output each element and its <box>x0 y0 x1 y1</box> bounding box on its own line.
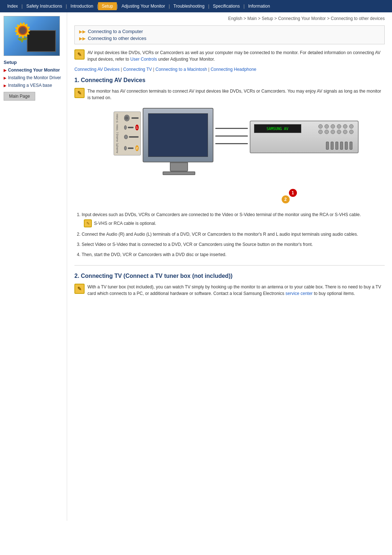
nav-adjusting[interactable]: Adjusting Your Monitor <box>118 2 169 10</box>
vcr-port <box>331 142 334 150</box>
step-1-note: ✎ S-VHS or RCA cable is optional. <box>84 219 385 227</box>
vcr-btn <box>331 130 335 134</box>
double-arrow-icon-2: ▶▶ <box>79 36 86 41</box>
badge-1-icon: 1 <box>135 125 139 130</box>
service-center-link[interactable]: service center <box>286 291 313 296</box>
link-connecting-tv[interactable]: Connecting TV <box>123 67 152 72</box>
nav-setup[interactable]: Setup <box>98 2 117 10</box>
nav-safety[interactable]: Safety Instructions <box>23 2 66 10</box>
vcr-port <box>345 142 348 150</box>
link-connecting-macintosh[interactable]: Connecting to a Macintosh <box>155 67 207 72</box>
vcr-port <box>326 142 329 150</box>
main-layout: Setup ▶ Connecting Your Monitor ▶ Instal… <box>0 12 392 521</box>
vcr-btn <box>324 124 329 129</box>
monitor-graphic <box>27 30 56 52</box>
note-icon-step1: ✎ <box>84 219 92 227</box>
vcr-btn <box>331 124 335 129</box>
audiol-cable <box>129 136 138 138</box>
numbered-badge-1: 1 <box>289 189 297 197</box>
audior-cable <box>128 147 134 149</box>
double-arrow-icon-1: ▶▶ <box>79 29 86 34</box>
steps-list: Input devices such as DVDs, VCRs or Camc… <box>82 211 385 258</box>
port-audior-row: Audio(R) 2 <box>116 143 139 153</box>
monitor-base <box>163 171 195 175</box>
sidebar-setup-label: Setup <box>4 60 63 65</box>
step-4: Then, start the DVD, VCR or Camcorders w… <box>82 251 385 258</box>
nav-bar: Index | Safety Instructions | Introducti… <box>0 0 392 12</box>
badge-2-icon: 2 <box>135 145 139 151</box>
vcr-btn <box>349 130 354 134</box>
section-divider <box>74 265 385 266</box>
section2-title: 2. Connecting TV (Connect a TV tuner box… <box>74 273 385 279</box>
vcr-port <box>335 142 338 150</box>
link-connecting-headphone[interactable]: Connecting Headphone <box>211 67 256 72</box>
vcr-buttons <box>318 124 354 134</box>
sidebar-link-monitor-driver[interactable]: ▶ Installing the Monitor Driver <box>4 75 63 81</box>
connect-link-other-devices[interactable]: ▶▶ Connecting to other devices <box>79 36 380 41</box>
arrow-icon-2: ▶ <box>4 76 7 81</box>
port-video-row: Video 1 <box>116 124 139 131</box>
port-svideo-row: S-Video <box>116 114 139 123</box>
section2-note-box: ✎ With a TV tuner box (not included), yo… <box>74 284 385 297</box>
sidebar-link-vesa-base[interactable]: ▶ Installing a VESA base <box>4 82 63 89</box>
monitor-stand <box>170 162 188 171</box>
main-page-button[interactable]: Main Page <box>4 92 35 101</box>
connection-diagram: S-Video Video 1 Audio(L) <box>106 106 353 208</box>
video-label: Video <box>116 124 123 131</box>
video-port <box>124 125 127 130</box>
vcr-btn <box>349 124 354 129</box>
link-connecting-av[interactable]: Connecting AV Devices <box>74 67 120 72</box>
audior-port <box>124 146 127 150</box>
nav-troubleshooting[interactable]: Troubleshooting <box>170 2 208 10</box>
note-box-1: ✎ AV input devices like DVDs, VCRs or Ca… <box>74 49 385 62</box>
nav-index[interactable]: Index <box>4 2 21 10</box>
step-3: Select Video or S-Video that is connecte… <box>82 241 385 248</box>
svideo-cable <box>131 117 138 119</box>
arrow-icon-3: ▶ <box>4 83 7 88</box>
svideo-port <box>124 115 130 121</box>
vcr-device: SAMSUNG AV <box>250 121 359 153</box>
connect-link-computer[interactable]: ▶▶ Connecting to a Computer <box>79 29 380 34</box>
section1-note-box: ✎ The monitor has AV connection terminal… <box>74 88 385 101</box>
breadcrumb: English > Main > Setup > Connecting Your… <box>74 16 385 21</box>
vcr-btn <box>337 124 341 129</box>
monitor-body <box>143 108 215 168</box>
cables <box>215 128 248 144</box>
sidebar-link-connecting-monitor[interactable]: ▶ Connecting Your Monitor <box>4 67 63 73</box>
step-2: Connect the Audio (R) and Audio (L) term… <box>82 231 385 238</box>
connect-links-box: ▶▶ Connecting to a Computer ▶▶ Connectin… <box>74 25 385 44</box>
section2-note-text: With a TV tuner box (not included), you … <box>87 284 385 297</box>
vcr-port <box>340 142 343 150</box>
note-icon-3: ✎ <box>74 284 85 294</box>
vcr-display: SAMSUNG AV <box>254 124 301 133</box>
section1-note-text: The monitor has AV connection terminals … <box>87 88 385 101</box>
audiol-label: Audio(L) <box>116 132 123 142</box>
section1-title: 1. Connecting AV Devices <box>74 77 385 84</box>
step-1: Input devices such as DVDs, VCRs or Camc… <box>82 211 385 227</box>
vcr-btn <box>324 130 329 134</box>
cable-3 <box>215 143 248 144</box>
note-text-1: AV input devices like DVDs, VCRs or Camc… <box>87 49 385 62</box>
vcr-btn <box>343 130 347 134</box>
vcr-port <box>350 142 352 150</box>
cable-2 <box>215 135 248 137</box>
nav-specifications[interactable]: Specifications <box>209 2 244 10</box>
port-audiol-row: Audio(L) <box>116 132 139 142</box>
monitor-frame <box>143 108 213 162</box>
monitor-screen <box>148 113 208 157</box>
audiol-port <box>124 135 128 139</box>
vcr-btn <box>343 124 347 129</box>
user-controls-link[interactable]: User Controls <box>130 57 157 62</box>
numbered-badge-2: 2 <box>282 195 290 203</box>
video-cable <box>128 127 134 128</box>
arrow-icon: ▶ <box>4 68 7 73</box>
audior-label: Audio(R) <box>116 143 123 153</box>
vcr-btn <box>318 130 323 134</box>
sidebar: Setup ▶ Connecting Your Monitor ▶ Instal… <box>0 12 67 521</box>
note-icon-2: ✎ <box>74 88 85 98</box>
nav-introduction[interactable]: Introduction <box>67 2 97 10</box>
nav-information[interactable]: Information <box>245 2 274 10</box>
vcr-btn <box>318 124 323 129</box>
vcr-ports <box>326 142 352 150</box>
sidebar-monitor-image <box>4 16 60 56</box>
